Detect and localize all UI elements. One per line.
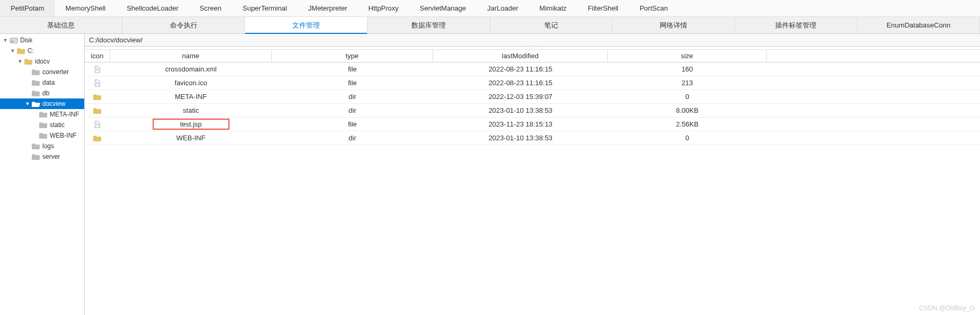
file-row[interactable]: WEB-INFdir2023-01-10 13:38:530 bbox=[85, 131, 980, 145]
top-tab-petitpotam[interactable]: PetitPotam bbox=[0, 0, 55, 16]
file-header: icon name type lastModified size bbox=[85, 50, 980, 62]
folder-gray-icon bbox=[39, 121, 48, 129]
folder-gray-icon bbox=[32, 89, 40, 97]
tree-label: idocv bbox=[35, 58, 50, 65]
tree-toggle-icon[interactable]: ▼ bbox=[10, 48, 16, 54]
file-row[interactable]: META-INFdir2022-12-03 15:39:070 bbox=[85, 90, 980, 104]
header-name[interactable]: name bbox=[110, 50, 272, 62]
tree-label: db bbox=[42, 89, 49, 97]
top-tab-jmeterpreter[interactable]: JMeterpreter bbox=[298, 0, 358, 16]
file-size: 0 bbox=[608, 93, 767, 101]
tree-toggle-icon[interactable]: ▼ bbox=[24, 101, 31, 107]
folder-gray-icon bbox=[32, 142, 40, 150]
svg-rect-1 bbox=[11, 41, 13, 42]
sub-tab-3[interactable]: 数据库管理 bbox=[367, 17, 490, 33]
main-container: ▼Disk▼C:▼idocvconverterdatadb▼docviewMET… bbox=[0, 34, 980, 315]
folder-icon bbox=[85, 93, 110, 101]
file-type: dir bbox=[272, 93, 433, 101]
tree-node-disk[interactable]: ▼Disk bbox=[0, 35, 84, 46]
tree-label: static bbox=[50, 121, 65, 129]
tree-toggle-icon[interactable] bbox=[32, 122, 38, 128]
tree-node-converter[interactable]: converter bbox=[0, 67, 84, 77]
top-tab-shellcodeloader[interactable]: ShellcodeLoader bbox=[116, 0, 189, 16]
tree-toggle-icon[interactable]: ▼ bbox=[2, 37, 8, 43]
folder-icon bbox=[17, 47, 25, 55]
file-name: favicon.ico bbox=[110, 79, 272, 87]
folder-icon bbox=[24, 58, 33, 65]
file-lastmodified: 2022-08-23 11:16:15 bbox=[433, 79, 608, 87]
tree-node-static[interactable]: static bbox=[0, 120, 84, 130]
sub-tab-4[interactable]: 笔记 bbox=[490, 17, 613, 33]
top-tab-superterminal[interactable]: SuperTerminal bbox=[232, 0, 298, 16]
svg-rect-0 bbox=[10, 38, 17, 43]
watermark: CSDN @OldBoy_G bbox=[919, 304, 975, 312]
file-size: 0 bbox=[608, 134, 767, 142]
highlight-box: test.jsp bbox=[152, 119, 229, 130]
file-row[interactable]: staticdir2023-01-10 13:38:538.00KB bbox=[85, 104, 980, 118]
file-type: file bbox=[272, 120, 433, 128]
tree-toggle-icon[interactable]: ▼ bbox=[17, 58, 23, 65]
tree: ▼Disk▼C:▼idocvconverterdatadb▼docviewMET… bbox=[0, 34, 84, 162]
file-row[interactable]: crossdomain.xmlfile2022-08-23 11:16:1516… bbox=[85, 62, 980, 76]
tree-node-logs[interactable]: logs bbox=[0, 141, 84, 151]
tree-label: server bbox=[42, 153, 60, 160]
tree-toggle-icon[interactable] bbox=[32, 111, 38, 118]
top-tab-servletmanage[interactable]: ServletManage bbox=[409, 0, 476, 16]
sub-tab-7[interactable]: EnumDatabaseConn bbox=[858, 17, 980, 33]
file-name: WEB-INF bbox=[110, 134, 272, 142]
top-tab-filtershell[interactable]: FilterShell bbox=[577, 0, 629, 16]
tree-node-idocv[interactable]: ▼idocv bbox=[0, 56, 84, 67]
top-tab-screen[interactable]: Screen bbox=[189, 0, 232, 16]
tree-node-data[interactable]: data bbox=[0, 77, 84, 88]
tree-label: C: bbox=[28, 47, 34, 55]
file-size: 8.00KB bbox=[608, 106, 767, 114]
path-input[interactable] bbox=[89, 36, 976, 44]
sub-tab-6[interactable]: 插件标签管理 bbox=[735, 17, 857, 33]
path-bar bbox=[85, 34, 980, 47]
tree-toggle-icon[interactable] bbox=[32, 132, 38, 139]
top-tab-httpproxy[interactable]: HttpProxy bbox=[358, 0, 409, 16]
file-lastmodified: 2022-08-23 11:16:15 bbox=[433, 65, 608, 73]
top-tab-mimikatz[interactable]: Mimikatz bbox=[529, 0, 577, 16]
tree-toggle-icon[interactable] bbox=[24, 143, 31, 149]
tree-node-db[interactable]: db bbox=[0, 88, 84, 98]
tree-label: Disk bbox=[20, 37, 32, 44]
tree-label: converter bbox=[42, 68, 69, 76]
file-icon bbox=[85, 79, 110, 87]
top-tab-memoryshell[interactable]: MemoryShell bbox=[55, 0, 116, 16]
file-row[interactable]: test.jspfile2023-11-23 18:15:132.56KB bbox=[85, 118, 980, 131]
tree-node-c:[interactable]: ▼C: bbox=[0, 46, 84, 56]
folder-gray-icon bbox=[39, 111, 48, 118]
folder-gray-icon bbox=[32, 153, 40, 160]
top-tab-portscan[interactable]: PortScan bbox=[629, 0, 678, 16]
top-tabs: PetitPotamMemoryShellShellcodeLoaderScre… bbox=[0, 0, 980, 17]
file-name: static bbox=[110, 106, 272, 114]
sub-tab-0[interactable]: 基础信息 bbox=[0, 17, 122, 33]
file-name: crossdomain.xml bbox=[110, 65, 272, 73]
tree-node-server[interactable]: server bbox=[0, 151, 84, 162]
file-size: 160 bbox=[608, 65, 767, 73]
tree-toggle-icon[interactable] bbox=[24, 90, 31, 96]
file-row[interactable]: favicon.icofile2022-08-23 11:16:15213 bbox=[85, 76, 980, 90]
folder-gray-icon bbox=[32, 68, 40, 76]
header-icon[interactable]: icon bbox=[85, 50, 110, 62]
tree-toggle-icon[interactable] bbox=[24, 154, 31, 160]
content-area: · · · icon name type lastModified size c… bbox=[85, 34, 980, 315]
tree-label: WEB-INF bbox=[50, 132, 77, 139]
header-type[interactable]: type bbox=[272, 50, 433, 62]
disk-icon bbox=[10, 37, 18, 44]
tree-toggle-icon[interactable] bbox=[24, 79, 31, 86]
top-tab-jarloader[interactable]: JarLoader bbox=[476, 0, 529, 16]
file-type: file bbox=[272, 79, 433, 87]
tree-node-web-inf[interactable]: WEB-INF bbox=[0, 130, 84, 141]
header-size[interactable]: size bbox=[608, 50, 767, 62]
file-table: icon name type lastModified size crossdo… bbox=[85, 50, 980, 315]
tree-toggle-icon[interactable] bbox=[24, 69, 31, 75]
header-lastmodified[interactable]: lastModified bbox=[433, 50, 608, 62]
tree-node-docview[interactable]: ▼docview bbox=[0, 98, 84, 109]
tree-node-meta-inf[interactable]: META-INF bbox=[0, 109, 84, 120]
sub-tab-1[interactable]: 命令执行 bbox=[122, 17, 245, 33]
sub-tab-2[interactable]: 文件管理 bbox=[245, 17, 367, 33]
file-size: 2.56KB bbox=[608, 120, 767, 128]
sub-tab-5[interactable]: 网络详情 bbox=[613, 17, 735, 33]
